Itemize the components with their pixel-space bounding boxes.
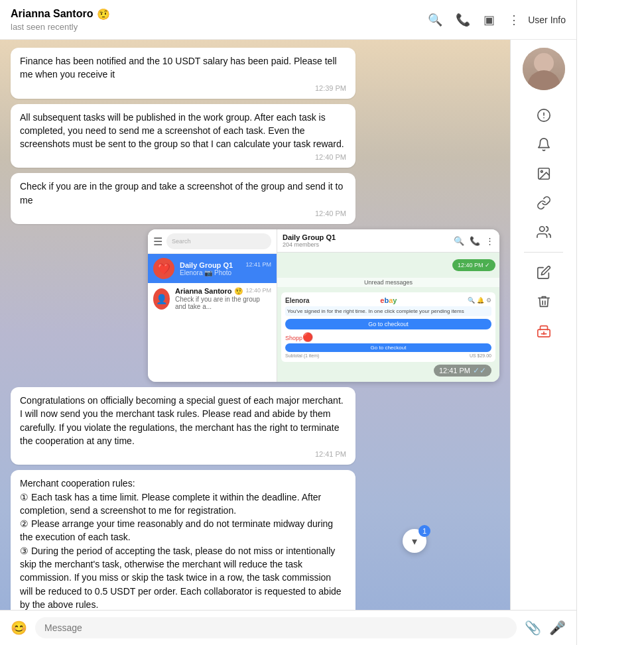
chat-bottom: 😊 📎 🎤 — [0, 610, 576, 645]
microphone-icon[interactable]: 🎤 — [549, 620, 566, 636]
right-header-icons: 🔍 📞 ⋮ — [454, 236, 494, 246]
columns-icon[interactable]: ▣ — [483, 13, 495, 27]
notification-panel-icon[interactable] — [532, 133, 556, 156]
group-name-in-list: Daily Group Q1 — [180, 261, 233, 269]
double-check-icon: ✓✓ — [473, 366, 486, 375]
message-bubble: Congratulations on officially becoming a… — [11, 387, 355, 465]
message-input[interactable] — [35, 617, 517, 638]
message-text: Congratulations on officially becoming a… — [20, 394, 346, 447]
ebay-text: You've signed in for the right time. In … — [285, 306, 491, 316]
arianna-name-in-list: Arianna Santoro 🤨 — [175, 287, 243, 296]
shopee-btn: Go to checkout — [285, 343, 491, 352]
group-heart-icon: ❤️ — [157, 263, 170, 275]
svg-point-4 — [541, 170, 543, 172]
edit-panel-icon[interactable] — [532, 261, 556, 284]
avatar-image — [523, 48, 565, 90]
link-panel-icon[interactable] — [532, 191, 556, 215]
search-icon[interactable]: 🔍 — [428, 13, 442, 27]
panel-divider — [524, 252, 563, 253]
unread-divider: Unread messages — [277, 278, 499, 287]
tg-search: Search — [166, 233, 271, 249]
chat-list-text: Daily Group Q1 12:41 PM Elenora 📷 Photo — [180, 261, 271, 276]
phone-icon[interactable]: 📞 — [456, 13, 470, 27]
message-bubble: All subsequent tasks will be published i… — [11, 104, 355, 168]
screenshot-time-text: 12:41 PM — [439, 367, 470, 375]
chat-area: Arianna Santoro 🤨 last seen recently 🔍 📞… — [0, 0, 577, 645]
message-text: All subsequent tasks will be published i… — [20, 111, 346, 151]
message-bubble: Merchant cooperation rules: ① Each task … — [11, 470, 355, 610]
members-panel-icon[interactable] — [532, 220, 556, 244]
message-bubble: Check if you are in the group and take a… — [11, 173, 355, 224]
user-info-label[interactable]: User Info — [528, 15, 566, 25]
right-more-icon: ⋮ — [485, 236, 494, 246]
chat-list-time: 12:41 PM — [245, 261, 271, 269]
hamburger-icon: ☰ — [153, 235, 162, 248]
group-avatar: ❤️ — [153, 258, 174, 279]
chat-list-item-selected: ❤️ Daily Group Q1 12:41 PM Elenora 📷 Pho… — [148, 254, 277, 283]
ebay-logo: ebay — [380, 296, 397, 304]
svg-point-5 — [539, 227, 544, 231]
right-search-icon: 🔍 — [454, 236, 464, 246]
right-call-icon: 📞 — [470, 236, 480, 246]
delete-panel-icon[interactable] — [532, 290, 556, 314]
screenshot-left-panel: ☰ Search ❤️ — [148, 229, 277, 382]
emoji-icon[interactable]: 😊 — [11, 620, 27, 636]
avatar-body — [527, 70, 560, 90]
scroll-to-bottom-button[interactable]: 1 ▾ — [403, 529, 426, 553]
subtotal-value: US $29.00 — [470, 353, 491, 358]
chat-header: Arianna Santoro 🤨 last seen recently 🔍 📞… — [0, 0, 576, 40]
message-time: 12:40 PM — [20, 209, 346, 217]
chat-list-item2: 👤 Arianna Santoro 🤨 12:40 PM Check if yo… — [148, 283, 277, 314]
block-panel-icon[interactable] — [532, 319, 556, 343]
contact-name: Arianna Santoro 🤨 — [11, 8, 428, 21]
contact-emoji: 🤨 — [97, 8, 110, 21]
chevron-down-icon: ▾ — [412, 535, 417, 548]
sent-bubble-right: 12:40 PM ✓ — [452, 259, 495, 271]
chat-header-info: Arianna Santoro 🤨 last seen recently — [11, 8, 428, 32]
right-chat-title: Daily Group Q1 — [283, 233, 336, 241]
screenshot-right-header: Daily Group Q1 204 members 🔍 📞 ⋮ — [277, 229, 499, 253]
ebay-checkout-btn: Go to checkout — [285, 319, 491, 329]
info-panel-icon[interactable] — [532, 103, 556, 127]
message-time: 12:41 PM — [20, 450, 346, 458]
ebay-icons: 🔍🔔⚙ — [468, 297, 491, 304]
ebay-footer: Subtotal (1 item) US $29.00 — [285, 353, 491, 358]
ebay-card: Elenora ebay 🔍🔔⚙ You've signed in — [281, 292, 495, 362]
user-avatar-large — [523, 48, 565, 90]
header-icons: 🔍 📞 ▣ ⋮ — [428, 13, 520, 27]
message-text: Check if you are in the group and take a… — [20, 180, 346, 207]
subtotal-label: Subtotal (1 item) — [285, 353, 319, 358]
chat-list-text2: Arianna Santoro 🤨 12:40 PM Check if you … — [175, 287, 271, 310]
arianna-avatar-small: 👤 — [153, 288, 170, 310]
shopee-label: Shopp🔴 — [285, 332, 491, 342]
right-panel — [510, 40, 576, 610]
elenora-label: Elenora — [285, 297, 310, 304]
arianna-time: 12:40 PM — [245, 287, 271, 296]
media-panel-icon[interactable] — [532, 162, 556, 186]
message-time: 12:40 PM — [20, 153, 346, 161]
messages-container: Finance has been notified and the 10 USD… — [0, 40, 510, 610]
contact-status: last seen recently — [11, 22, 428, 32]
screenshot-timestamp: 12:41 PM ✓✓ — [434, 365, 491, 377]
message-bubble: Finance has been notified and the 10 USD… — [11, 48, 355, 99]
message-text: Finance has been notified and the 10 USD… — [20, 54, 346, 82]
messages-wrapper: Finance has been notified and the 10 USD… — [0, 40, 510, 610]
chat-list-preview: Elenora 📷 Photo — [180, 269, 271, 276]
message-time: 12:39 PM — [20, 84, 346, 92]
scroll-badge: 1 — [419, 525, 430, 537]
right-chat-sub: 204 members — [283, 241, 336, 248]
arianna-preview: Check if you are in the group and take a… — [175, 296, 271, 310]
message-text: Merchant cooperation rules: ① Each task … — [20, 477, 346, 610]
screenshot-message: ☰ Search ❤️ — [148, 229, 499, 382]
search-placeholder: Search — [172, 238, 191, 245]
right-header-info: Daily Group Q1 204 members — [283, 233, 336, 248]
contact-name-text: Arianna Santoro — [11, 8, 93, 20]
more-options-icon[interactable]: ⋮ — [508, 13, 520, 27]
screenshot-topbar: ☰ Search — [148, 229, 277, 254]
attachment-icon[interactable]: 📎 — [525, 620, 541, 636]
screenshot-right-panel: Daily Group Q1 204 members 🔍 📞 ⋮ — [277, 229, 499, 382]
